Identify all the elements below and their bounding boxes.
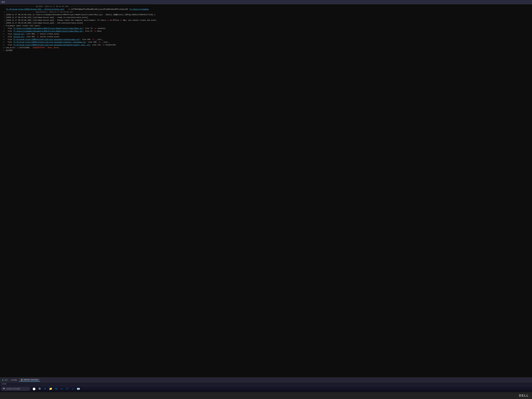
taskbar-icons: ⬤ ⧉ e 📁 🛍 ✉ 🛡 e 📧 [32,386,81,391]
python-console-label: Python Console [24,379,38,381]
taskbar-ie[interactable]: e [70,386,75,391]
menu-item-components[interactable]: 组件 [2,1,5,3]
line-text: , [46,47,48,49]
line-number: 11 [2,33,5,36]
line-text: File [6,33,13,35]
console-line: ---------------------------- 运行开始: 2020-… [2,5,530,8]
taskbar-security[interactable]: 🛡 [65,386,70,391]
line-text: , line 73, [83,27,94,29]
console-line: 7[2020-11-17 00:34:06,460] [lib/ubpa/iex… [2,22,530,25]
console-line: 8Traceback (most recent call last): [2,25,530,27]
line-text: , line 47, [83,30,94,32]
line-text: in [94,30,96,32]
console-line: 9 File "C:/Users/srcbadmin/Documents/RPA… [2,27,530,30]
line-text: '无效的类字符串' [32,47,46,49]
console-line: 11 File "iexcel.py", line 966, in iexcel… [2,33,530,36]
line-number: 7 [2,22,5,25]
line-text: in [94,27,96,29]
line-text[interactable]: "C:/Users/srcbadmin/Documents/RPA/Projec… [13,30,83,32]
taskbar-mail[interactable]: ✉ [59,386,64,391]
search-placeholder: 在此键入进行搜索 [6,388,20,390]
line-content: File "iexcel.py", line 956, in iexcel.cr… [6,36,530,38]
python-console-tab[interactable]: 🐍 Python Console [19,378,40,382]
line-number [2,8,5,11]
line-text: File [6,30,13,32]
line-text: __init__ [101,41,110,43]
line-text: [2020-11-17 00:34:06,444] [lib/ubpa/iexc… [6,17,88,19]
line-text[interactable]: "iexcel.py" [13,33,24,35]
terminal-tab[interactable]: ▣ 终端 [10,378,19,382]
line-text[interactable]: "C:/Program Files/ISRPA/Studio-X64/../Py… [6,8,64,10]
line-content: File "C:\Program Files\ISRPA\Python\lib\… [6,41,530,44]
line-text: __init__ [94,38,104,40]
search-icon: 🔍 [3,388,5,390]
line-text: File [6,36,13,38]
line-text: Main [96,30,101,32]
line-number: 12 [2,36,5,38]
taskbar-store[interactable]: 🛍 [54,386,59,391]
line-text: , [52,47,54,49]
line-text[interactable]: "C:/Users/srcbadmin/Documents/RPA/Projec… [13,27,83,29]
terminal-label: 终端 [13,379,17,381]
line-text: or [120,19,122,21]
line-text: , line 966, [24,33,37,35]
top-bar: 组件 [0,0,532,4]
taskbar: 🔍 在此键入进行搜索 ⬤ ⧉ e 📁 🛍 ✉ 🛡 e 📧 [0,385,532,392]
line-content: ---------------------------- BeginPython… [6,11,530,14]
line-text[interactable]: "iexcel.py" [13,36,24,38]
taskbar-cortana[interactable]: ⬤ [32,386,36,391]
console-output: ---------------------------- 运行开始: 2020-… [0,4,532,377]
line-text[interactable]: "C:/Users/srcbadmin [129,8,149,10]
line-text: 运行异常 [6,50,13,51]
line-content: File "C:\Program Files\ISRPA\Python\lib\… [6,44,530,46]
console-line: 16com_error: (-2147221005, '无效的类字符串', No… [2,46,530,49]
bottom-panel: ▶ 运行 ▣ 终端 🐍 Python Console [0,377,532,382]
console-line: "C:/Program Files/ISRPA/Studio-X64/../Py… [2,8,530,11]
line-text: File [6,44,13,46]
run-tab[interactable]: ▶ 运行 [1,378,9,382]
console-line: 14 File "C:\Program Files\ISRPA\Python\l… [2,41,530,44]
line-text: in [37,33,39,35]
line-content: File "C:/Users/srcbadmin/Documents/RPA/P… [6,27,530,30]
line-text: , line 288, [86,41,99,43]
console-line: 6[2020-11-17 00:34:06,460] [lib/ubpa/iex… [2,19,530,22]
python-icon: 🐍 [21,379,23,381]
run-label: 运行 [5,379,8,381]
line-text: no Office [109,19,120,21]
line-content: ---------------------------- 运行开始: 2020-… [6,5,530,8]
line-text: in [102,44,105,46]
line-text: None [48,47,52,49]
line-text: ) [58,47,59,49]
taskbar-task-view[interactable]: ⧉ [37,386,42,391]
console-line: 5[2020-11-17 00:34:06,444] [lib/ubpa/iex… [2,16,530,19]
line-number: 14 [2,41,5,44]
taskbar-search[interactable]: 🔍 在此键入进行搜索 [1,387,30,391]
dell-logo: DELL [519,394,529,397]
console-line: 17运行异常 [2,49,530,52]
console-line: 13 File "C:\Program Files\ISRPA\Python\l… [2,38,530,41]
console-line: 10 File "C:/Users/srcbadmin/Documents/RP… [2,30,530,33]
tabs-bar: ▶ 运行 ▣ 终端 🐍 Python Console [0,378,532,382]
line-number: 9 [2,27,5,30]
line-text[interactable]: "C:\Program Files\ISRPA\Python\lib\site-… [13,41,86,43]
line-text[interactable]: "C:\Program Files\ISRPA\Python\lib\site-… [13,38,80,40]
line-content: "C:/Program Files/ISRPA/Studio-X64/../Py… [6,8,530,11]
taskbar-extra[interactable]: 📧 [76,386,81,391]
line-number: 8 [2,25,5,27]
line-content: [2020-11-17 00:34:06,444] [lib/ubpa/iexc… [6,16,530,19]
run-icon: ▶ [2,379,4,381]
line-text[interactable]: "C:\Program Files\ISRPA\Python\lib\site-… [13,44,90,46]
line-content: File "C:/Users/srcbadmin/Documents/RPA/P… [6,30,530,33]
taskbar-explorer[interactable]: 📁 [48,386,53,391]
line-number: 15 [2,44,5,46]
line-text: DispatchEx [105,44,116,46]
line-text: File [6,38,13,40]
line-text: Wps, you cannot create new excel. [122,19,157,21]
line-number: 13 [2,38,5,41]
console-line: 12 File "iexcel.py", line 956, in iexcel… [2,36,530,38]
line-number: 3 [2,11,5,14]
line-number: 4 [2,13,5,16]
taskbar-edge[interactable]: e [43,386,48,391]
dell-brand-bar: DELL [0,392,532,399]
line-text: File [6,41,13,43]
